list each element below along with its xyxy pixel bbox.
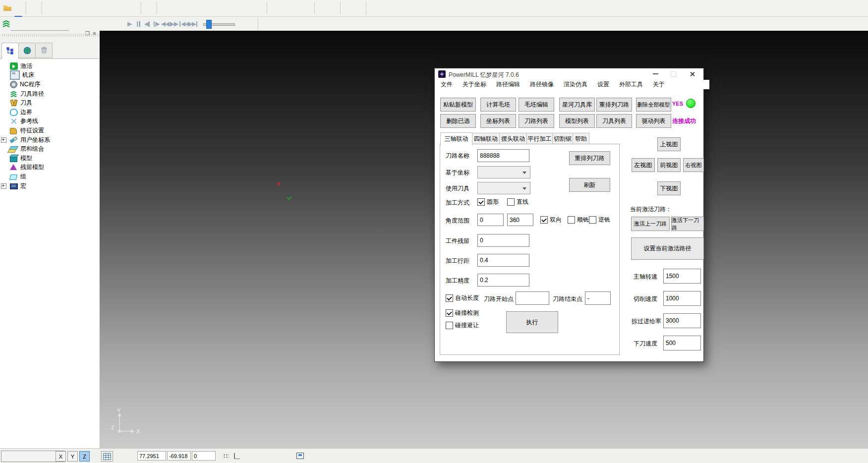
form-rearrange-button[interactable]: 重排列刀路 <box>569 151 610 165</box>
angle-from-input[interactable] <box>477 214 504 226</box>
auto-length-checkbox[interactable]: 自动长度 <box>446 294 479 302</box>
toolpath-name-input[interactable] <box>477 149 529 162</box>
drive-list-button[interactable]: 驱动列表 <box>636 114 671 128</box>
menu-file[interactable]: 文件 <box>441 80 453 89</box>
menu-path-edit[interactable]: 路径编辑 <box>496 80 520 89</box>
start-point-input[interactable] <box>516 291 549 305</box>
method-line-checkbox[interactable]: 直线 <box>507 198 528 206</box>
rearrange-toolpaths-button[interactable]: 重排列刀路 <box>596 98 632 112</box>
coord-x-field[interactable] <box>137 451 166 461</box>
coord-list-button[interactable]: 坐标列表 <box>480 114 516 128</box>
tree-item-macros[interactable]: 宏 <box>0 181 99 191</box>
tree-item-boundaries[interactable]: 边界 <box>0 108 99 117</box>
tree-item-levels[interactable]: 层和组合 <box>0 144 99 154</box>
menu-external-tools[interactable]: 外部工具 <box>619 80 643 89</box>
sim-go-end-button[interactable]: ▶▶ <box>185 18 200 30</box>
conventional-mill-checkbox[interactable]: 逆铣 <box>589 216 610 224</box>
menu-about[interactable]: 关于 <box>653 80 665 89</box>
yes-indicator: YES <box>672 101 683 107</box>
tree-item-patterns[interactable]: 参考线 <box>0 117 99 126</box>
tree-item-workplanes[interactable]: 用户坐标系 <box>0 135 99 145</box>
activate-next-button[interactable]: 激活下一刀路 <box>671 217 704 231</box>
sim-speed-slider-handle[interactable] <box>206 20 212 29</box>
method-circle-checkbox[interactable]: 圆形 <box>477 198 499 206</box>
toolpath-list-button[interactable]: 刀路列表 <box>519 114 554 128</box>
maximize-button[interactable] <box>666 68 681 79</box>
tab-explorer-tree[interactable] <box>1 43 19 59</box>
axis-y-button[interactable]: Y <box>67 451 78 462</box>
tree-item-feature-sets[interactable]: 特征设置 <box>0 126 99 135</box>
tree-item-tools[interactable]: 刀具 <box>0 98 99 108</box>
snap-dots-icon[interactable] <box>223 454 229 458</box>
coord-y-field[interactable] <box>167 451 191 461</box>
tab-explorer-recycle[interactable] <box>35 43 53 58</box>
axis-x-button[interactable]: X <box>56 451 66 462</box>
ucs-axes-icon[interactable] <box>234 453 240 459</box>
tree-item-machine[interactable]: 机床 <box>0 71 99 80</box>
close-button[interactable] <box>685 68 699 79</box>
base-coord-dropdown[interactable] <box>477 166 530 178</box>
set-active-path-button[interactable]: 设置当前激活路径 <box>631 237 704 260</box>
tolerance-input[interactable] <box>477 274 529 287</box>
stepover-input[interactable] <box>477 254 529 267</box>
grid-icon <box>103 453 111 460</box>
calc-block-button[interactable]: 计算毛坯 <box>480 98 516 112</box>
collision-avoid-checkbox[interactable]: 碰撞避让 <box>446 321 479 330</box>
tab-explorer-web[interactable] <box>18 43 36 58</box>
view-top-button[interactable]: 上视图 <box>657 137 681 151</box>
tree-item-nc-program[interactable]: NC程序 <box>0 80 99 89</box>
menu-settings[interactable]: 设置 <box>597 80 609 89</box>
tree-item-activate[interactable]: 激活 <box>0 61 99 71</box>
tree-item-groups[interactable]: 组 <box>0 172 99 181</box>
use-tool-dropdown[interactable] <box>477 182 530 194</box>
view-right-button[interactable]: 右视图 <box>683 158 704 172</box>
view-front-button[interactable]: 前视图 <box>657 158 681 172</box>
display-mode-icon[interactable] <box>296 453 304 459</box>
menu-coordinates[interactable]: 关于坐标 <box>463 80 486 89</box>
end-point-input[interactable] <box>585 291 611 305</box>
axis-z-button[interactable]: Z <box>79 451 90 462</box>
block-edit-button[interactable]: 毛坯编辑 <box>519 98 554 112</box>
spindle-speed-input[interactable] <box>663 269 701 284</box>
tree-item-stock-models[interactable]: 残留模型 <box>0 163 99 173</box>
toolbar-separator <box>26 2 27 14</box>
coord-z-field[interactable] <box>192 451 216 461</box>
angle-to-input[interactable] <box>507 214 533 226</box>
dialog-titlebar[interactable]: PowerMILL 忆梦星河 7.0.6 <box>435 68 703 80</box>
powermill-main-window: 平行精加工 × ▶ ◀ ▶ ◀◀ ▶▶ ◀◀ ▶▶ × <box>0 0 868 463</box>
tree-item-models[interactable]: 模型 <box>0 154 99 163</box>
refresh-button[interactable]: 刷新 <box>569 178 610 192</box>
panel-float-icon[interactable]: ❐ <box>84 31 91 37</box>
model-list-button[interactable]: 模型列表 <box>559 114 595 128</box>
skim-feed-input[interactable] <box>663 313 701 328</box>
expander-plus-icon[interactable] <box>1 183 6 189</box>
menu-path-mirror[interactable]: 路径镜像 <box>530 80 554 89</box>
paste-new-model-button[interactable]: 粘贴新模型 <box>440 98 476 112</box>
nc-program-icon <box>10 81 17 88</box>
activate-prev-button[interactable]: 激活上一刀路 <box>631 217 670 231</box>
delete-all-models-button[interactable]: 删除全部模型 <box>636 98 671 112</box>
stock-remain-input[interactable] <box>477 234 529 247</box>
expander-plus-icon[interactable] <box>1 137 6 143</box>
open-project-icon[interactable] <box>2 2 13 14</box>
view-bottom-button[interactable]: 下视图 <box>657 181 681 195</box>
execute-button[interactable]: 执行 <box>506 311 558 333</box>
plunge-feed-input[interactable] <box>663 336 701 350</box>
view-left-button[interactable]: 左视图 <box>632 158 655 172</box>
cutting-speed-input[interactable] <box>663 291 701 306</box>
toolpath-sim-icon[interactable] <box>0 18 11 30</box>
climb-mill-checkbox[interactable]: 顺铣 <box>568 216 589 224</box>
tab-3axis[interactable]: 三轴联动 <box>440 132 472 145</box>
tool-library-button[interactable]: 星河刀具库 <box>559 98 595 112</box>
bidirectional-checkbox[interactable]: 双向 <box>540 216 562 224</box>
delete-selected-button[interactable]: 删除已选 <box>440 114 476 128</box>
tool-list-button[interactable]: 刀具列表 <box>596 114 632 128</box>
dialog-menubar: 文件 关于坐标 路径编辑 路径镜像 渲染仿真 设置 外部工具 关于 <box>435 80 709 89</box>
panel-close-icon[interactable]: ✕ <box>91 31 98 37</box>
collision-check-checkbox[interactable]: 碰撞检测 <box>446 309 479 317</box>
menu-render-sim[interactable]: 渲染仿真 <box>564 80 587 89</box>
minimize-button[interactable] <box>648 68 663 79</box>
grid-toggle-button[interactable] <box>101 451 113 462</box>
tree-item-toolpaths[interactable]: 刀具路径 <box>0 89 99 99</box>
stock-remain-label: 工件残留 <box>446 237 469 245</box>
